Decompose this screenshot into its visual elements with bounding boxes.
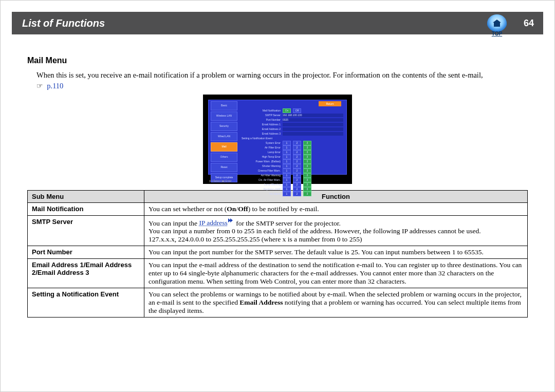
scr-side-item: Others bbox=[211, 153, 237, 162]
cell-fn: You can input the e-mail address of the … bbox=[144, 259, 528, 288]
home-icon bbox=[487, 14, 507, 32]
cell-fn: You can set whether or not (On/Off) to b… bbox=[144, 202, 528, 215]
scr-side-item: Security bbox=[211, 122, 237, 131]
section-title: Mail Menu bbox=[27, 56, 528, 65]
scr-side-item: Basic bbox=[211, 101, 237, 110]
cell-sub: SMTP Server bbox=[28, 215, 144, 246]
page-number: 64 bbox=[524, 12, 534, 34]
cell-sub: Mail Notification bbox=[28, 202, 144, 215]
cell-fn: You can input the IP address for the SMT… bbox=[144, 215, 528, 246]
scr-side-item: Reset bbox=[211, 163, 237, 172]
scr-settings-panel: Mail NotificationOnOffSMTP Server192.168… bbox=[242, 102, 343, 172]
scr-sidebar: BasicWireless LANSecurityWired LANMailOt… bbox=[209, 100, 239, 174]
header-bar: List of Functions TOP 64 bbox=[12, 12, 543, 34]
th-sub-menu: Sub Menu bbox=[28, 190, 144, 202]
function-table: Sub Menu Function Mail Notification You … bbox=[27, 190, 528, 318]
header-title: List of Functions bbox=[12, 17, 105, 29]
content-area: Mail Menu When this is set, you receive … bbox=[27, 56, 528, 318]
glossary-icon bbox=[228, 218, 234, 222]
table-row: Port Number You can input the port numbe… bbox=[28, 246, 528, 259]
reference-line: ☞ p.110 bbox=[36, 82, 528, 90]
cell-fn: You can select the problems or warnings … bbox=[144, 288, 528, 318]
cell-sub: Setting a Notification Event bbox=[28, 288, 144, 318]
table-row: SMTP Server You can input the IP address… bbox=[28, 215, 528, 246]
top-button[interactable]: TOP bbox=[486, 9, 508, 36]
ip-address-glossary-link[interactable]: IP address bbox=[199, 219, 234, 227]
table-row: Mail Notification You can set whether or… bbox=[28, 202, 528, 215]
table-row: Setting a Notification Event You can sel… bbox=[28, 288, 528, 318]
intro-text: When this is set, you receive an e-mail … bbox=[36, 70, 528, 81]
scr-footer: [↵]:Select [◆]:Enter bbox=[209, 179, 232, 182]
page: List of Functions TOP 64 Mail Menu When … bbox=[0, 0, 555, 392]
top-label: TOP bbox=[492, 31, 502, 36]
cell-sub: Port Number bbox=[28, 246, 144, 259]
cell-fn: You can input the port number for the SM… bbox=[144, 246, 528, 259]
page-ref-link[interactable]: p.110 bbox=[47, 82, 63, 90]
embedded-screenshot: Return BasicWireless LANSecurityWired LA… bbox=[203, 95, 352, 184]
scr-side-item: Mail bbox=[211, 142, 237, 152]
pointer-icon: ☞ bbox=[36, 82, 43, 90]
table-row: Email Address 1/Email Address 2/Email Ad… bbox=[28, 259, 528, 288]
cell-sub: Email Address 1/Email Address 2/Email Ad… bbox=[28, 259, 144, 288]
scr-side-item: Wired LAN bbox=[211, 132, 237, 141]
scr-side-item: Wireless LAN bbox=[211, 111, 237, 121]
